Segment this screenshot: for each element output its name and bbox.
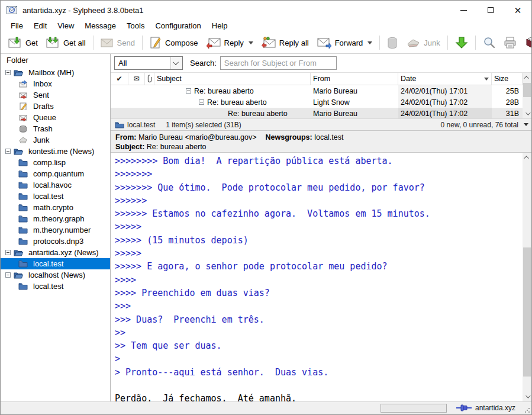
scroll-up-button[interactable]: [523, 153, 531, 162]
reply-all-label: Reply all: [279, 38, 309, 47]
folder-tree-item[interactable]: math.crypto: [1, 202, 110, 213]
folder-label: Inbox: [31, 79, 54, 88]
message-row[interactable]: Re: bureau aberto Mario Bureau 24/02/01(…: [111, 108, 523, 118]
folder-tree-item[interactable]: kontesti.me (News): [1, 146, 110, 157]
folder-tree-item[interactable]: Sent: [1, 89, 110, 101]
quoted-body-line: >>>>>> Estamos no cafezinho agora. Volta…: [115, 207, 522, 220]
collapse-icon[interactable]: [5, 70, 11, 75]
reply-button[interactable]: Reply: [202, 35, 257, 51]
combo-dropdown-button[interactable]: [170, 57, 182, 69]
menu-edit[interactable]: Edit: [28, 20, 52, 31]
compose-icon: [150, 36, 162, 49]
folder-icon: [18, 80, 28, 88]
folder-tree-item[interactable]: comp.lisp: [1, 157, 110, 168]
folder-tree-item[interactable]: Inbox: [1, 78, 110, 89]
folder-tree-item[interactable]: local.test: [1, 258, 110, 269]
menu-help[interactable]: Help: [207, 20, 233, 31]
forward-button[interactable]: Forward: [313, 35, 377, 51]
reply-all-icon: [262, 37, 276, 49]
next-unread-icon: [455, 36, 468, 49]
minimize-icon: [460, 10, 467, 11]
folder-icon: [14, 249, 23, 256]
junk-button[interactable]: Junk: [402, 36, 444, 50]
minimize-button[interactable]: [450, 1, 477, 20]
collapse-icon[interactable]: [5, 149, 11, 154]
message-list-scrollbar[interactable]: [523, 73, 531, 118]
collapse-icon[interactable]: [5, 250, 11, 255]
menu-message[interactable]: Message: [79, 20, 121, 31]
folder-tree-item[interactable]: antartida.xyz (News): [1, 247, 110, 258]
reply-all-button[interactable]: Reply all: [257, 34, 313, 51]
column-mime[interactable]: [145, 73, 154, 85]
folder-tree-item[interactable]: m.theory.graph: [1, 213, 110, 224]
quoted-body-line: >>>>>: [115, 220, 522, 233]
print-button[interactable]: [499, 34, 521, 51]
network-connection-icon: [456, 404, 472, 411]
forward-dropdown-icon[interactable]: [367, 41, 372, 44]
column-mark[interactable]: ✔: [111, 73, 128, 85]
quoted-body-line: >>>: [115, 300, 522, 313]
collapse-icon[interactable]: [5, 272, 11, 278]
column-subject[interactable]: Subject: [154, 73, 311, 85]
get-all-button[interactable]: Get all: [42, 34, 90, 51]
folder-tree-item[interactable]: Mailbox (MH): [1, 67, 110, 78]
folder-tree-item[interactable]: local.havoc: [1, 179, 110, 191]
collapse-icon[interactable]: [186, 88, 191, 94]
column-unread[interactable]: ✉: [128, 73, 145, 85]
scroll-down-button[interactable]: [523, 109, 531, 118]
folder-tree-item[interactable]: Junk: [1, 134, 110, 146]
folder-tree-item[interactable]: protocols.dnp3: [1, 236, 110, 247]
message-body-text: >>>>>>>> Bom dia! A repartição pública e…: [115, 155, 522, 401]
size-cell: 25B: [492, 87, 523, 95]
column-date[interactable]: Date: [398, 73, 492, 85]
subject-cell: Re: bureau aberto: [154, 87, 311, 95]
titlebar: antartida.xyz - Sylpheed 3.8.0beta1 ✕: [1, 1, 531, 20]
collapse-icon[interactable]: [199, 99, 204, 105]
reply-dropdown-icon[interactable]: [249, 41, 253, 44]
maximize-button[interactable]: [477, 1, 504, 20]
search-input[interactable]: [220, 56, 337, 70]
menu-configuration[interactable]: Configuration: [150, 20, 206, 31]
message-row[interactable]: Re: bureau aberto Mario Bureau 24/02/01(…: [111, 85, 523, 96]
folder-tree-item[interactable]: Drafts: [1, 101, 110, 112]
scroll-down-button[interactable]: [523, 392, 531, 401]
reply-icon: [207, 37, 221, 49]
message-row[interactable]: Re: bureau aberto Light Snow 24/02/01(Th…: [111, 96, 523, 108]
column-size[interactable]: Size: [492, 73, 523, 85]
menu-tools[interactable]: Tools: [121, 20, 150, 31]
folder-label: Trash: [31, 124, 55, 133]
filter-combobox[interactable]: All: [114, 56, 183, 70]
folder-tree-item[interactable]: localhost (News): [1, 269, 110, 281]
scroll-up-button[interactable]: [523, 73, 531, 82]
folder-tree-item[interactable]: Queue: [1, 112, 110, 123]
folder-label: Junk: [31, 136, 51, 144]
get-all-label: Get all: [63, 38, 86, 47]
address-book-button[interactable]: [521, 34, 532, 51]
get-all-mail-icon: [46, 37, 60, 49]
next-unread-button[interactable]: [451, 34, 472, 52]
counts-dropdown-button[interactable]: [522, 123, 530, 126]
chevron-up-icon: [524, 156, 528, 160]
send-button[interactable]: Send: [96, 35, 139, 50]
folder-tree-item[interactable]: local.test: [1, 191, 110, 202]
search-button[interactable]: [479, 34, 499, 52]
message-body-scrollbar[interactable]: [523, 153, 531, 401]
menu-file[interactable]: File: [5, 20, 28, 31]
folder-tree-item[interactable]: comp.quantum: [1, 168, 110, 179]
folder-tree-item[interactable]: m.theory.number: [1, 224, 110, 236]
delete-button[interactable]: [383, 34, 402, 52]
scrollbar-thumb[interactable]: [523, 247, 531, 377]
compose-button[interactable]: Compose: [146, 34, 202, 52]
folder-label: math.crypto: [31, 203, 76, 212]
resize-grip[interactable]: [524, 407, 530, 413]
folder-pane-header[interactable]: Folder: [1, 54, 110, 67]
from-cell: Mario Bureau: [311, 110, 398, 118]
close-button[interactable]: ✕: [504, 1, 531, 20]
get-button[interactable]: Get: [4, 34, 42, 51]
column-from[interactable]: From: [311, 73, 398, 85]
folder-tree-item[interactable]: local.test: [1, 281, 110, 292]
subject-text: Re: bureau aberto: [194, 87, 254, 95]
menu-view[interactable]: View: [52, 20, 79, 31]
folder-tree-item[interactable]: Trash: [1, 123, 110, 134]
scrollbar-thumb[interactable]: [523, 83, 531, 97]
